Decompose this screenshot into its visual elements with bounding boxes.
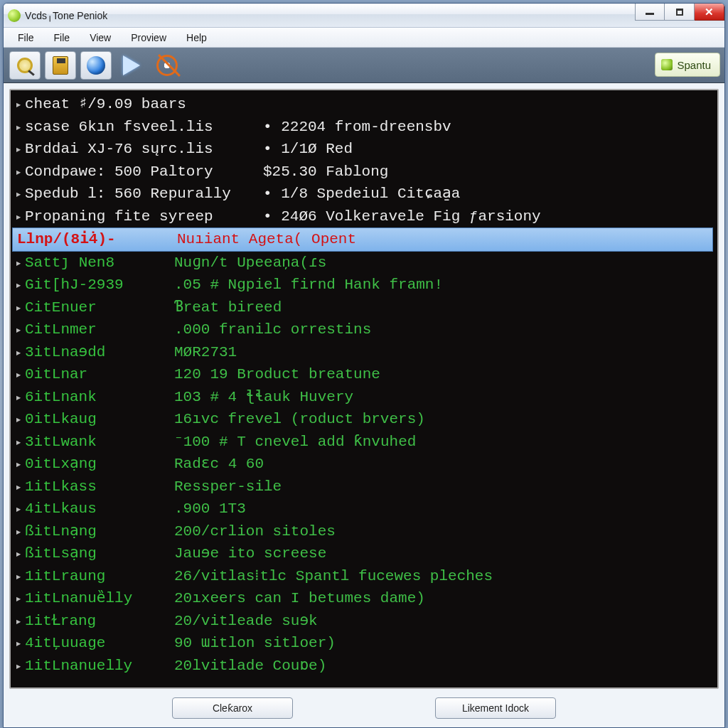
gutter-arrow-icon [12, 610, 25, 633]
gutter-arrow-icon [12, 252, 25, 274]
menu-file-2[interactable]: File [44, 30, 80, 46]
app-icon [8, 9, 21, 22]
terminal-col2: 16ıvc frevel (roduct brvers) [174, 408, 425, 431]
gutter-arrow-icon [12, 453, 25, 476]
terminal-col2: Ɓreat bireed [174, 296, 282, 319]
terminal-col1: Llnp/(8i̇4)- [17, 228, 177, 251]
toolbar-status-pill[interactable]: Spantu [655, 53, 720, 77]
terminal-col2: 103 # 4 ꞎɬauk Huvery [174, 386, 353, 409]
window-title: Vcds╷Tone Peniok [25, 10, 107, 21]
gutter-arrow-icon [12, 274, 25, 296]
footer-left-button[interactable]: Cleƙarox [172, 697, 293, 719]
menu-file[interactable]: File [8, 30, 44, 46]
globe-icon [87, 56, 105, 75]
maximize-icon [676, 9, 683, 16]
gutter-arrow-icon [12, 498, 25, 520]
terminal-col1: ßitLnạng [25, 520, 174, 543]
terminal-col2: $25.30 Fablong [263, 161, 388, 183]
play-icon [123, 55, 140, 75]
terminal-col2: 20lvitlade Couɒe) [174, 655, 326, 678]
terminal-row: ßitLsạngJauɘe ito screese [12, 542, 713, 565]
gutter-arrow-icon [12, 93, 25, 116]
terminal-col1: CitEnuer [25, 296, 174, 319]
terminal-col2: • 22204 from-dreensbv [263, 116, 451, 139]
terminal-col2: MØR2731 [174, 341, 237, 364]
terminal-col2: 26/vitlas⁞tlc Spantl fucewes pleches [174, 565, 493, 588]
terminal-row: CitLnmer.000 franilc orrestins [12, 318, 713, 341]
terminal-col1: cheat ♯/9.09 baars [25, 93, 263, 116]
terminal-col2: 120 19 Broduct breatune [174, 363, 380, 386]
menu-view[interactable]: View [80, 30, 121, 46]
terminal-col2: Nuɡn/t Upeeaņa(ɾs [174, 252, 326, 274]
terminal-row: 1itLkassRessper-sile [12, 476, 713, 498]
titlebar[interactable]: Vcds╷Tone Peniok ✕ [4, 4, 724, 28]
terminal-col1: 6itLnank [25, 386, 174, 409]
terminal-row: scase 6kın fsveel.lis• 22204 from-dreens… [12, 116, 713, 139]
terminal-row: 3itLnaɘddMØR2731 [12, 341, 713, 364]
save-icon [53, 56, 68, 75]
toolbar-save-button[interactable] [45, 51, 76, 80]
terminal-highlight-row[interactable]: Llnp/(8i̇4)-Nuıiant Ageta( Opent [12, 228, 713, 252]
maximize-button[interactable] [665, 4, 695, 21]
terminal-col2: Jauɘe ito screese [174, 542, 326, 565]
terminal-row: 0itLnar120 19 Broduct breatune [12, 363, 713, 386]
gutter-arrow-icon [12, 520, 25, 543]
terminal-row: 6itLnank103 # 4 ꞎɬauk Huvery [12, 386, 713, 409]
search-icon [17, 58, 33, 73]
terminal-col1: Propaning fite syreep [25, 205, 263, 228]
terminal-col1: 1itⱢrang [25, 610, 174, 633]
gutter-arrow-icon [12, 632, 25, 655]
terminal-col1: 1itLnanuȅlly [25, 587, 174, 610]
terminal-col2: 90 ɯitlon sitloer) [174, 632, 336, 655]
toolbar-web-button[interactable] [80, 51, 112, 80]
terminal-row: Git[hJ-2939.05 # Ngpiel firnd Hank framn… [12, 274, 713, 296]
terminal[interactable]: cheat ♯/9.09 baarsscase 6kın fsveel.lis•… [9, 89, 719, 689]
terminal-row: cheat ♯/9.09 baars [12, 93, 713, 116]
toolbar-right-label: Spantu [677, 59, 711, 71]
terminal-col1: 0itLnar [25, 363, 174, 386]
terminal-row: 4itĻuuage90 ɯitlon sitloer) [12, 632, 713, 655]
terminal-col2: .900 1T3 [174, 498, 246, 520]
terminal-col2: ⁻100 # T cnevel add ƙnvuhed [174, 431, 416, 454]
terminal-col1: CitLnmer [25, 318, 174, 341]
terminal-col2: • 24Ø6 Volkeravele Fig ƒarsiony [263, 205, 541, 228]
gutter-arrow-icon [12, 587, 25, 610]
gutter-arrow-icon [12, 205, 25, 228]
menu-help[interactable]: Help [176, 30, 217, 46]
toolbar: Spantu [4, 48, 724, 83]
terminal-col1: 4itĻuuage [25, 632, 174, 655]
terminal-row: Propaning fite syreep• 24Ø6 Volkeravele … [12, 205, 713, 228]
terminal-col2: • 1/1Ø Red [263, 138, 353, 161]
terminal-col1: 1itLraung [25, 565, 174, 588]
terminal-col1: 1itLkass [25, 476, 174, 498]
footer-right-button[interactable]: Likement Idock [435, 697, 556, 719]
toolbar-play-button[interactable] [116, 51, 147, 80]
terminal-col2: Nuıiant Ageta( Opent [177, 228, 356, 251]
terminal-row: Spedub l: 560 Repurally• 1/8 Spedeiul Ci… [12, 183, 713, 205]
minimize-button[interactable] [635, 4, 665, 21]
terminal-row: ßitLnạng200/crlion sitoles [12, 520, 713, 543]
terminal-row: 1itLraung26/vitlas⁞tlc Spantl fucewes pl… [12, 565, 713, 588]
footer-bar: Cleƙarox Likement Idock [4, 689, 724, 727]
toolbar-search-button[interactable] [9, 51, 41, 80]
toolbar-target-button[interactable] [151, 51, 183, 80]
terminal-col1: Condpawe: 500 Paltory [25, 161, 263, 183]
terminal-row: 3itLwank⁻100 # T cnevel add ƙnvuhed [12, 431, 713, 454]
terminal-col2: 20ıxeers can I betumes dame) [174, 587, 425, 610]
gutter-arrow-icon [12, 138, 25, 161]
terminal-row: Condpawe: 500 Paltory$25.30 Fablong [12, 161, 713, 183]
menu-proview[interactable]: Proview [121, 30, 176, 46]
close-button[interactable]: ✕ [695, 4, 724, 21]
gutter-arrow-icon [12, 386, 25, 409]
terminal-col2: .000 franilc orrestins [174, 318, 371, 341]
terminal-col1: Brddai XJ-76 sųrc.lis [25, 138, 263, 161]
gutter-arrow-icon [12, 431, 25, 454]
terminal-col2: Ressper-sile [174, 476, 282, 498]
terminal-col1: Sattȷ Nen8 [25, 252, 174, 274]
gutter-arrow-icon [12, 161, 25, 183]
terminal-row: 0itLxạngRadɛc 4 60 [12, 453, 713, 476]
gutter-arrow-icon [12, 408, 25, 431]
terminal-col1: 1itLnanuelly [25, 655, 174, 678]
minimize-icon [646, 13, 654, 15]
terminal-row: 0itLkaug16ıvc frevel (roduct brvers) [12, 408, 713, 431]
